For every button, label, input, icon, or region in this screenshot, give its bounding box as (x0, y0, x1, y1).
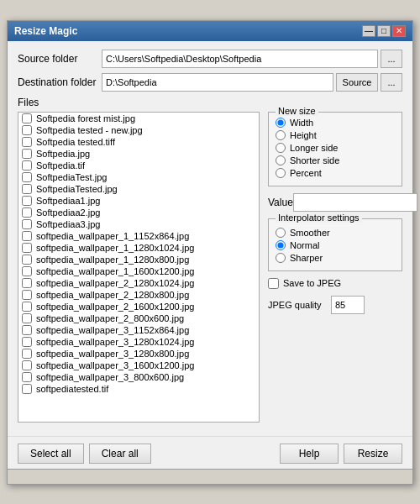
list-item[interactable]: Softpediaa1.jpg (18, 195, 259, 207)
list-item[interactable]: softpedia_wallpaper_3_1280x800.jpg (18, 348, 259, 360)
list-item[interactable]: softpedia_wallpaper_2_1280x800.jpg (18, 289, 259, 301)
new-size-radio-longer[interactable] (276, 143, 286, 153)
new-size-option-width[interactable]: Width (276, 118, 395, 128)
select-all-button[interactable]: Select all (18, 444, 84, 464)
list-item[interactable]: softpedia_wallpaper_1_1152x864.jpg (18, 230, 259, 242)
list-item[interactable]: Softpedia tested.tiff (18, 136, 259, 148)
list-item[interactable]: Softpedia.tif (18, 160, 259, 171)
list-item[interactable]: softpedia_wallpaper_2_1600x1200.jpg (18, 301, 259, 312)
minimize-button[interactable]: — (362, 25, 375, 37)
file-checkbox[interactable] (22, 337, 32, 347)
source-folder-row: Source folder ... (18, 50, 402, 68)
file-checkbox[interactable] (22, 160, 32, 171)
list-item[interactable]: Softpedia tested - new.jpg (18, 124, 259, 136)
file-list[interactable]: Softpedia forest mist.jpgSoftpedia teste… (18, 112, 260, 423)
interpolator-option-smoother[interactable]: Smoother (276, 228, 395, 238)
file-checkbox[interactable] (22, 372, 32, 382)
list-item[interactable]: softpedia_wallpaper_3_800x600.jpg (18, 371, 259, 383)
interpolator-radio-smoother[interactable] (276, 228, 286, 238)
destination-browse-button[interactable]: ... (381, 73, 402, 92)
save-jpeg-label[interactable]: Save to JPEG (283, 278, 341, 288)
file-name: Softpediaa3.jpg (36, 219, 100, 229)
list-item[interactable]: Softpediaa2.jpg (18, 207, 259, 218)
file-checkbox[interactable] (22, 125, 32, 135)
file-name: softpedia_wallpaper_2_800x600.jpg (36, 313, 184, 323)
jpeg-quality-label: JPEG quality (268, 300, 331, 310)
source-folder-input[interactable] (102, 50, 378, 68)
new-size-radio-height[interactable] (276, 130, 286, 140)
resize-button[interactable]: Resize (344, 444, 402, 464)
file-checkbox[interactable] (22, 137, 32, 147)
list-item[interactable]: softpedia_wallpaper_1_1600x1200.jpg (18, 265, 259, 277)
interpolator-radio-sharper[interactable] (276, 253, 286, 263)
new-size-option-shorter[interactable]: Shorter side (276, 155, 395, 165)
file-name: Softpedia tested.tiff (36, 137, 115, 147)
list-item[interactable]: softpedia_wallpaper_2_800x600.jpg (18, 312, 259, 324)
file-name: Softpedia.tif (36, 160, 85, 171)
file-checkbox[interactable] (22, 349, 32, 359)
file-checkbox[interactable] (22, 325, 32, 335)
file-checkbox[interactable] (22, 290, 32, 300)
interpolator-option-normal[interactable]: Normal (276, 240, 395, 250)
new-size-radio-width[interactable] (276, 118, 286, 128)
new-size-label-height[interactable]: Height (290, 130, 317, 140)
interpolator-label-normal[interactable]: Normal (290, 240, 319, 250)
list-item[interactable]: softpedia_wallpaper_3_1152x864.jpg (18, 324, 259, 336)
file-name: softpediatested.tif (36, 384, 108, 394)
source-button[interactable]: Source (336, 73, 378, 92)
list-item[interactable]: Softpedia forest mist.jpg (18, 113, 259, 124)
file-name: softpedia_wallpaper_1_1280x1024.jpg (36, 243, 194, 253)
source-browse-button[interactable]: ... (381, 50, 402, 68)
list-item[interactable]: softpedia_wallpaper_2_1280x1024.jpg (18, 277, 259, 289)
jpeg-quality-input[interactable] (331, 296, 365, 314)
maximize-button[interactable]: □ (377, 25, 391, 37)
file-checkbox[interactable] (22, 113, 32, 123)
clear-all-button[interactable]: Clear all (89, 444, 151, 464)
file-checkbox[interactable] (22, 255, 32, 265)
file-checkbox[interactable] (22, 313, 32, 323)
new-size-option-height[interactable]: Height (276, 130, 395, 140)
file-checkbox[interactable] (22, 172, 32, 182)
interpolator-label-smoother[interactable]: Smoother (290, 228, 330, 238)
file-checkbox[interactable] (22, 384, 32, 394)
new-size-radio-percent[interactable] (276, 168, 286, 178)
file-checkbox[interactable] (22, 207, 32, 218)
new-size-label-shorter[interactable]: Shorter side (290, 155, 339, 165)
save-jpeg-checkbox[interactable] (268, 278, 279, 289)
file-name: softpedia_wallpaper_2_1280x800.jpg (36, 290, 189, 300)
file-checkbox[interactable] (22, 278, 32, 288)
file-checkbox[interactable] (22, 302, 32, 312)
list-item[interactable]: softpediatested.tif (18, 383, 259, 395)
new-size-radio-shorter[interactable] (276, 155, 286, 165)
interpolator-label-sharper[interactable]: Sharper (290, 253, 323, 263)
help-button[interactable]: Help (280, 444, 339, 464)
destination-folder-input[interactable] (102, 73, 333, 92)
file-checkbox[interactable] (22, 243, 32, 253)
new-size-option-longer[interactable]: Longer side (276, 143, 395, 153)
close-button[interactable]: ✕ (392, 25, 406, 37)
new-size-label-longer[interactable]: Longer side (290, 143, 339, 153)
list-item[interactable]: softpedia_wallpaper_3_1280x1024.jpg (18, 336, 259, 348)
interpolator-radio-normal[interactable] (276, 240, 286, 250)
source-folder-label: Source folder (18, 53, 102, 65)
new-size-label-percent[interactable]: Percent (290, 168, 322, 178)
list-item[interactable]: softpedia_wallpaper_1_1280x1024.jpg (18, 242, 259, 254)
interpolator-option-sharper[interactable]: Sharper (276, 253, 395, 263)
list-item[interactable]: SoftpediaTested.jpg (18, 183, 259, 195)
file-checkbox[interactable] (22, 231, 32, 241)
value-input[interactable] (293, 193, 417, 212)
list-item[interactable]: SoftpediaTest.jpg (18, 171, 259, 183)
new-size-label-width[interactable]: Width (290, 118, 313, 128)
file-checkbox[interactable] (22, 196, 32, 206)
list-item[interactable]: Softpedia.jpg (18, 148, 259, 160)
file-checkbox[interactable] (22, 360, 32, 370)
list-item[interactable]: softpedia_wallpaper_1_1280x800.jpg (18, 254, 259, 265)
file-checkbox[interactable] (22, 184, 32, 194)
list-item[interactable]: softpedia_wallpaper_3_1600x1200.jpg (18, 360, 259, 371)
new-size-option-percent[interactable]: Percent (276, 168, 395, 178)
file-checkbox[interactable] (22, 219, 32, 229)
file-checkbox[interactable] (22, 266, 32, 276)
file-name: softpedia_wallpaper_1_1280x800.jpg (36, 255, 189, 265)
file-checkbox[interactable] (22, 149, 32, 159)
list-item[interactable]: Softpediaa3.jpg (18, 218, 259, 230)
